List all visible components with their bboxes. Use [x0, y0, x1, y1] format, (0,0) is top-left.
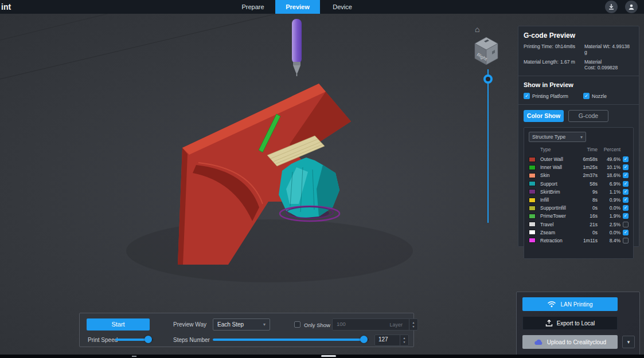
taskbar-indicator: [132, 356, 136, 357]
steps-stepper: ▲ ▼: [400, 335, 408, 345]
type-visibility-checkbox[interactable]: ✓: [623, 172, 629, 178]
only-show-field: Layer ▲ ▼: [332, 318, 418, 331]
stat-value: 1.67 m: [560, 59, 575, 65]
slider-fill: [213, 339, 364, 341]
steps-number-input[interactable]: [375, 335, 396, 343]
type-percent: 18.6%: [598, 172, 620, 178]
show-in-preview-title: Show in Preview: [524, 81, 634, 88]
export-to-local-button[interactable]: Export to Local: [522, 316, 618, 330]
caret-down-icon: ▾: [580, 135, 583, 140]
print-speed-label: Print Speed: [88, 337, 118, 343]
stepper-up-icon[interactable]: ▲: [403, 336, 406, 340]
type-time: 0s: [573, 230, 598, 235]
gcode-button[interactable]: G-code: [568, 110, 608, 122]
type-visibility-checkbox[interactable]: ✓: [623, 230, 629, 235]
type-name: Travel: [540, 222, 573, 227]
structure-table-body: Outer Wall6m58s49.6%✓Inner Wall1m25s10.1…: [529, 155, 629, 245]
type-visibility-checkbox[interactable]: ✓: [623, 164, 629, 170]
wifi-icon: [547, 301, 556, 308]
printing-platform-checkbox[interactable]: ✓: [524, 93, 530, 99]
type-color-swatch: [529, 214, 536, 219]
type-visibility-checkbox[interactable]: ✓: [623, 197, 629, 203]
type-percent: 10.1%: [598, 164, 620, 170]
type-time: 16s: [573, 213, 598, 219]
preview-way-select[interactable]: Each Step ▾: [213, 318, 270, 331]
col-percent: Percent: [598, 147, 620, 152]
type-time: 21s: [573, 222, 598, 227]
type-visibility-checkbox[interactable]: ✓: [623, 156, 629, 162]
stat-label: Material Wt:: [584, 44, 610, 49]
type-percent: 6.9%: [598, 181, 620, 187]
stat-label: Material Length:: [524, 59, 559, 65]
download-icon: [608, 3, 615, 10]
app-logo: int: [1, 2, 11, 11]
type-color-swatch: [529, 230, 536, 235]
structure-table: Structure Type ▾ Type Time Percent Outer…: [524, 127, 634, 259]
view-cube[interactable]: Right: [470, 34, 505, 69]
type-time: 2m37s: [573, 172, 598, 178]
type-time: 9s: [573, 189, 598, 195]
col-type: Type: [540, 147, 573, 152]
print-speed-handle[interactable]: [145, 336, 152, 343]
type-time: 6m58s: [573, 156, 598, 162]
structure-type-dropdown[interactable]: Structure Type ▾: [529, 132, 586, 142]
top-bar: int Prepare Preview Device: [0, 0, 644, 14]
print-speed-slider[interactable]: [115, 339, 153, 341]
layer-slider-track[interactable]: [487, 69, 489, 223]
slider-fill: [115, 339, 149, 341]
preview-way-label: Preview Way: [173, 321, 206, 328]
only-show-checkbox[interactable]: [294, 321, 300, 328]
color-show-button[interactable]: Color Show: [524, 110, 564, 122]
stepper-down-icon[interactable]: ▼: [412, 325, 415, 329]
type-name: PrimeTower: [540, 213, 573, 219]
stepper-up-icon[interactable]: ▲: [412, 321, 415, 325]
type-time: 58s: [573, 181, 598, 187]
divider: [518, 76, 639, 76]
show-in-preview-options: ✓ Printing Platform ✓ Nozzle: [524, 93, 634, 99]
table-row: SupportInfill0s0.0%✓: [529, 204, 629, 212]
type-name: Inner Wall: [540, 164, 573, 170]
gcode-preview-panel: G-code Preview Printing Time:0h14m8s Mat…: [518, 26, 639, 247]
cloud-icon: [534, 339, 543, 345]
type-color-swatch: [529, 181, 536, 186]
type-visibility-checkbox[interactable]: ✓: [623, 213, 629, 219]
type-percent: 1.9%: [598, 213, 620, 219]
stepper-down-icon[interactable]: ▼: [403, 340, 406, 344]
layer-unit-label: Layer: [389, 322, 403, 328]
type-percent: 1.1%: [598, 189, 620, 195]
button-label: Export to Local: [557, 320, 595, 326]
tab-preview[interactable]: Preview: [275, 0, 320, 14]
steps-number-label: Steps Number: [173, 337, 210, 343]
type-visibility-checkbox[interactable]: ✓: [623, 189, 629, 195]
type-time: 8s: [573, 197, 598, 203]
app-window: int Prepare Preview Device ⌂ Right: [0, 0, 644, 358]
type-visibility-checkbox[interactable]: [623, 238, 629, 243]
steps-slider-handle[interactable]: [360, 336, 368, 343]
account-button[interactable]: [625, 1, 638, 13]
stat-label: Printing Time:: [524, 44, 553, 49]
taskbar-handle[interactable]: [321, 355, 336, 357]
layer-stepper: ▲ ▼: [409, 319, 417, 330]
table-row: Support58s6.9%✓: [529, 180, 629, 188]
steps-slider[interactable]: [213, 339, 369, 341]
lan-printing-button[interactable]: LAN Printing: [522, 297, 618, 311]
tab-device[interactable]: Device: [320, 0, 365, 14]
more-options-button[interactable]: ▾: [622, 336, 635, 348]
start-button[interactable]: Start: [87, 318, 150, 331]
type-visibility-checkbox[interactable]: ✓: [623, 205, 629, 211]
tab-prepare[interactable]: Prepare: [231, 0, 275, 14]
upload-to-crealitycloud-button[interactable]: Upload to Crealitycloud: [522, 335, 618, 349]
layer-slider-handle[interactable]: [483, 74, 493, 84]
download-button[interactable]: [605, 1, 618, 13]
stat-value: 0.099828: [598, 65, 618, 70]
export-icon: [545, 320, 553, 326]
type-visibility-checkbox[interactable]: ✓: [623, 181, 629, 187]
type-visibility-checkbox[interactable]: [623, 222, 629, 227]
nozzle-checkbox[interactable]: ✓: [583, 93, 590, 99]
type-name: Retraction: [540, 238, 573, 243]
preview-mode-switch: Color Show G-code: [524, 110, 634, 122]
only-show-input[interactable]: [333, 319, 382, 327]
button-label: LAN Printing: [560, 301, 592, 308]
home-view-icon[interactable]: ⌂: [475, 25, 479, 33]
type-percent: 49.6%: [598, 156, 620, 162]
